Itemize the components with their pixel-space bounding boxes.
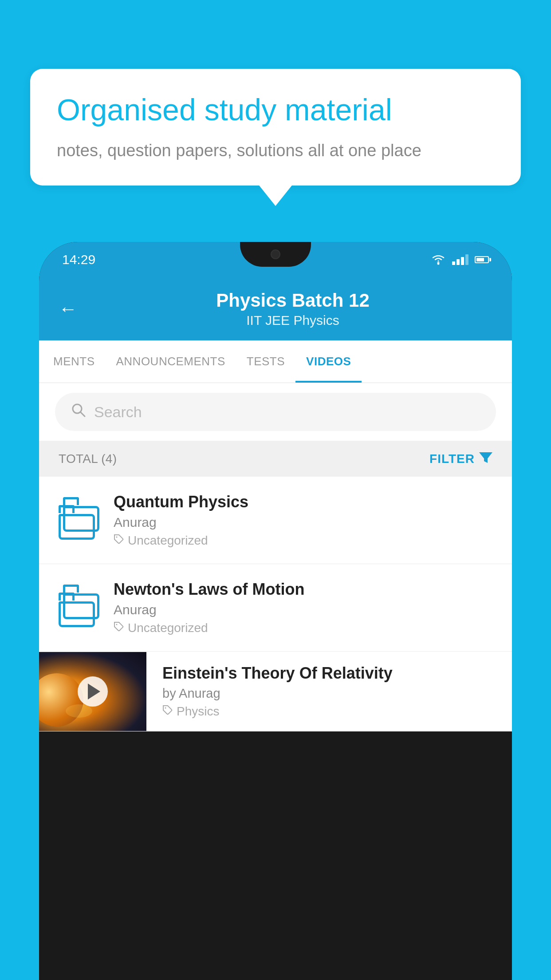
list-item[interactable]: Newton's Laws of Motion Anurag Uncategor…	[39, 564, 512, 652]
back-button[interactable]: ←	[59, 298, 77, 320]
phone-outer: 14:29	[39, 242, 512, 980]
video-title: Quantum Physics	[114, 493, 492, 511]
tag-icon	[162, 704, 173, 719]
folder-stack-icon	[59, 497, 98, 543]
video-tag: Uncategorized	[114, 621, 492, 635]
header-title-block: Physics Batch 12 IIT JEE Physics	[93, 290, 492, 328]
video-author: by Anurag	[162, 686, 496, 701]
header-title: Physics Batch 12	[93, 290, 492, 311]
play-triangle-icon	[88, 684, 100, 699]
svg-marker-3	[479, 452, 492, 463]
phone-container: 14:29	[39, 242, 512, 980]
svg-point-0	[437, 263, 440, 265]
tag-label: Physics	[177, 704, 219, 719]
video-list: Quantum Physics Anurag Uncategorized	[39, 477, 512, 731]
video-title: Einstein's Theory Of Relativity	[162, 664, 496, 683]
video-tag: Physics	[162, 704, 496, 719]
list-item[interactable]: Einstein's Theory Of Relativity by Anura…	[39, 652, 512, 731]
total-count-label: TOTAL (4)	[59, 452, 117, 466]
tag-icon	[114, 533, 124, 548]
wifi-icon	[431, 254, 446, 265]
status-time: 14:29	[62, 252, 95, 267]
planet-decoration	[39, 673, 83, 727]
folder-icon-wrapper	[59, 498, 98, 542]
filter-button[interactable]: FILTER	[429, 450, 492, 467]
video-title: Newton's Laws of Motion	[114, 580, 492, 599]
video-thumbnail	[39, 652, 146, 731]
folder-icon-wrapper	[59, 585, 98, 630]
status-bar: 14:29	[39, 242, 512, 277]
phone-camera	[271, 249, 280, 259]
speech-bubble-container: Organised study material notes, question…	[30, 69, 521, 186]
svg-line-2	[80, 412, 85, 416]
filter-icon	[479, 450, 492, 467]
header-subtitle: IIT JEE Physics	[93, 313, 492, 328]
search-icon	[71, 403, 86, 421]
search-bar[interactable]: Search	[55, 393, 496, 431]
status-icons	[431, 254, 489, 265]
list-item[interactable]: Quantum Physics Anurag Uncategorized	[39, 477, 512, 564]
tab-bar: MENTS ANNOUNCEMENTS TESTS VIDEOS	[39, 340, 512, 383]
tag-icon	[114, 621, 124, 635]
glow-decoration	[66, 704, 92, 718]
tab-announcements[interactable]: ANNOUNCEMENTS	[106, 340, 236, 383]
folder-stack-icon	[59, 585, 98, 631]
tag-label: Uncategorized	[128, 621, 208, 635]
app-header: ← Physics Batch 12 IIT JEE Physics	[39, 277, 512, 340]
filter-bar: TOTAL (4) FILTER	[39, 441, 512, 477]
search-placeholder: Search	[94, 403, 142, 421]
tab-ments[interactable]: MENTS	[43, 340, 106, 383]
speech-bubble-subtitle: notes, question papers, solutions all at…	[57, 139, 494, 162]
tag-label: Uncategorized	[128, 533, 208, 548]
tab-videos[interactable]: VIDEOS	[295, 340, 362, 383]
video-author: Anurag	[114, 602, 492, 617]
speech-bubble: Organised study material notes, question…	[30, 69, 521, 186]
search-container: Search	[39, 383, 512, 441]
video-info: Einstein's Theory Of Relativity by Anura…	[146, 652, 512, 731]
video-info: Quantum Physics Anurag Uncategorized	[114, 493, 492, 548]
speech-bubble-title: Organised study material	[57, 92, 494, 128]
folder-front-icon	[59, 593, 95, 627]
filter-label: FILTER	[429, 452, 475, 466]
video-info: Newton's Laws of Motion Anurag Uncategor…	[114, 580, 492, 635]
video-author: Anurag	[114, 515, 492, 530]
folder-front-icon	[59, 505, 95, 540]
play-button[interactable]	[78, 676, 108, 707]
phone-notch	[240, 242, 311, 267]
tab-tests[interactable]: TESTS	[236, 340, 295, 383]
video-tag: Uncategorized	[114, 533, 492, 548]
signal-icon	[452, 254, 468, 265]
battery-icon	[475, 256, 489, 263]
